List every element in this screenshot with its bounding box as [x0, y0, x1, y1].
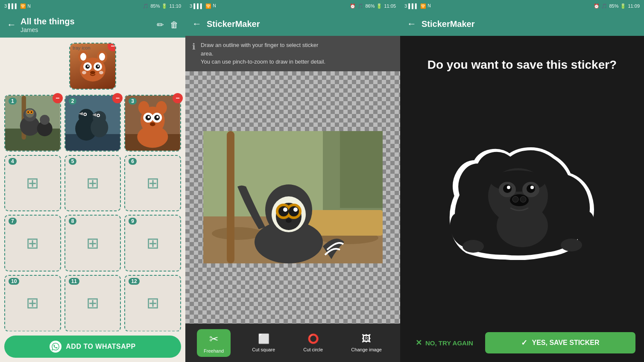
save-buttons: ✕ NO, TRY AGAIN ✓ YES, SAVE STICKER [409, 328, 635, 353]
change-image-tool[interactable]: 🖼 Change image [344, 330, 389, 356]
svg-point-35 [97, 114, 99, 116]
svg-point-47 [157, 116, 159, 118]
sticker-preview [441, 73, 603, 328]
sticker-cell-2[interactable]: 2 − [64, 95, 121, 152]
status-bar-left-1: 3 ▌▌▌ 🛜 N [4, 3, 31, 9]
svg-point-4 [80, 58, 105, 82]
svg-point-80 [520, 196, 526, 202]
no-try-again-button[interactable]: ✕ NO, TRY AGAIN [409, 333, 480, 353]
change-image-label: Change image [351, 347, 382, 352]
add-to-whatsapp-button[interactable]: ADD TO WHATSAPP [4, 336, 181, 358]
no-x-icon: ✕ [416, 338, 422, 347]
cell-number-8: 8 [69, 218, 77, 225]
red-panda-svg [76, 50, 110, 82]
svg-point-22 [27, 111, 29, 113]
svg-point-82 [561, 239, 582, 251]
bluetooth-icon: 🎵 [143, 3, 149, 9]
wifi-2: 🛜 [205, 3, 211, 9]
add-icon-5: ⊞ [86, 174, 99, 192]
add-icon-8: ⊞ [86, 234, 99, 252]
sticker-cell-8[interactable]: 8 ⊞ [64, 215, 121, 272]
signal-3: 3 ▌▌▌ [404, 3, 419, 9]
remove-badge-2[interactable]: − [112, 93, 123, 103]
bluetooth-2: 🎵 [357, 3, 363, 9]
svg-point-10 [97, 65, 99, 67]
svg-point-65 [289, 206, 299, 216]
info-line2: area. [201, 50, 325, 58]
lemur-photo [203, 131, 383, 263]
cut-square-tool[interactable]: ⬜ Cut square [245, 330, 282, 356]
cell-number-5: 5 [69, 158, 77, 165]
remove-badge-1[interactable]: − [53, 93, 63, 103]
svg-point-79 [512, 196, 518, 202]
sticker-cell-9[interactable]: 9 ⊞ [124, 215, 181, 272]
pack-author: James [20, 26, 152, 33]
bottom-toolbar: ✂ Freehand ⬜ Cut square ⭕ Cut circle 🖼 C… [185, 324, 400, 362]
cut-square-label: Cut square [252, 347, 275, 352]
cell-number-6: 6 [129, 158, 137, 165]
nfc-icon: N [28, 4, 31, 9]
gorilla-sticker-svg [441, 140, 603, 260]
add-icon-6: ⊞ [146, 174, 159, 192]
sticker-cell-6[interactable]: 6 ⊞ [124, 155, 181, 212]
tray-cell[interactable]: tray icon − [69, 43, 116, 90]
delete-icon[interactable]: 🗑 [170, 20, 179, 30]
sticker-cell-11[interactable]: 11 ⊞ [64, 275, 121, 331]
cell-number-9: 9 [129, 218, 137, 225]
svg-point-2 [80, 53, 86, 61]
freehand-label: Freehand [204, 348, 224, 353]
info-line1: Draw an outline with your finger to sele… [201, 41, 325, 50]
svg-point-48 [150, 122, 155, 126]
svg-point-40 [138, 101, 149, 114]
add-button-label: ADD TO WHATSAPP [66, 343, 135, 350]
add-icon-7: ⊞ [26, 234, 39, 252]
tray-row: tray icon − [4, 43, 181, 90]
toolbar-title-2: StickerMaker [207, 19, 260, 29]
svg-point-12 [82, 71, 86, 74]
alarm-icon-2: ⏰ [350, 3, 356, 9]
sticker-canvas[interactable] [185, 71, 400, 324]
yes-button-label: YES, SAVE STICKER [532, 339, 599, 347]
svg-point-74 [503, 184, 512, 193]
time-2: 11:05 [384, 3, 396, 9]
cut-circle-icon: ⭕ [307, 333, 319, 344]
back-button-3[interactable]: ← [407, 18, 416, 29]
status-right-2: ⏰ 🎵 86% 🔋 11:05 [350, 3, 396, 9]
status-bar-1: 3 ▌▌▌ 🛜 N 🎵 85% 🔋 11:10 [0, 0, 185, 12]
info-text-group: Draw an outline with your finger to sele… [201, 41, 325, 66]
cut-circle-tool[interactable]: ⭕ Cut circle [296, 330, 330, 356]
change-image-icon: 🖼 [362, 333, 371, 344]
sticker-cell-5[interactable]: 5 ⊞ [64, 155, 121, 212]
svg-point-67 [293, 207, 298, 212]
sticker-cell-4[interactable]: 4 ⊞ [4, 155, 61, 212]
sticker-cell-1[interactable]: 1 − [4, 95, 61, 152]
no-button-label: NO, TRY AGAIN [425, 339, 473, 347]
toolbar-2: ← StickerMaker [185, 12, 400, 36]
panel-save-sticker: 3 ▌▌▌ 🛜 N ⏰ 🎵 85% 🔋 11:09 ← StickerMaker… [400, 0, 644, 362]
cell-number-2: 2 [69, 98, 77, 105]
battery-icon-3: 🔋 [620, 3, 626, 9]
alarm-3: ⏰ [594, 3, 600, 9]
svg-point-13 [99, 71, 103, 74]
sticker-cell-7[interactable]: 7 ⊞ [4, 215, 61, 272]
status-bar-3: 3 ▌▌▌ 🛜 N ⏰ 🎵 85% 🔋 11:09 [400, 0, 644, 12]
edit-icon[interactable]: ✏ [157, 20, 164, 30]
remove-badge-3[interactable]: − [173, 93, 183, 103]
nfc-2: N [213, 3, 216, 9]
sticker-cell-10[interactable]: 10 ⊞ [4, 275, 61, 331]
back-button-1[interactable]: ← [7, 19, 16, 30]
back-button-2[interactable]: ← [192, 18, 202, 29]
toolbar-title-3: StickerMaker [422, 19, 475, 29]
svg-point-34 [84, 114, 86, 115]
svg-point-3 [99, 53, 105, 61]
svg-point-76 [507, 186, 510, 189]
freehand-tool[interactable]: ✂ Freehand [197, 329, 231, 357]
svg-point-25 [40, 115, 50, 125]
yes-save-button[interactable]: ✓ YES, SAVE STICKER [485, 332, 635, 353]
add-icon-11: ⊞ [86, 294, 99, 312]
sticker-cell-12[interactable]: 12 ⊞ [124, 275, 181, 331]
panel-sticker-pack: 3 ▌▌▌ 🛜 N 🎵 85% 🔋 11:10 ← All the things… [0, 0, 185, 362]
svg-rect-56 [227, 131, 234, 263]
cell-number-3: 3 [129, 98, 137, 105]
sticker-cell-3[interactable]: 3 − [124, 95, 181, 152]
